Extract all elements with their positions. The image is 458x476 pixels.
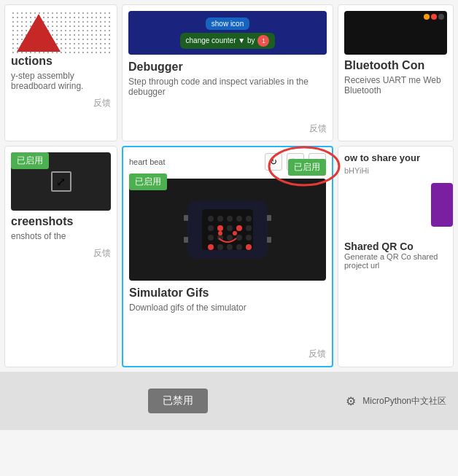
uctions-desc: y-step assembly breadboard wiring. <box>11 71 111 91</box>
svg-rect-24 <box>184 237 188 243</box>
counter-badge: 1 <box>257 35 269 47</box>
svg-rect-23 <box>184 215 188 221</box>
qr-desc: Generate a QR Co shared project url <box>344 252 447 270</box>
sim-badge-right-wrapper: 已启用 <box>288 159 326 176</box>
change-label: change counter ▼ by <box>186 36 255 44</box>
svg-point-18 <box>208 244 214 250</box>
bt-dot-3 <box>438 14 444 20</box>
triangle-decoration <box>17 14 61 52</box>
bt-dot-1 <box>424 14 430 20</box>
bottom-row: 已禁用 ⚙ MicroPython中文社区 <box>0 372 458 430</box>
show-icon-label: show icon <box>211 20 244 28</box>
screenshots-title: creenshots <box>11 215 111 228</box>
svg-point-22 <box>246 244 252 250</box>
expand-icon: ⤢ <box>51 171 71 192</box>
svg-point-4 <box>217 216 223 222</box>
bottom-center: 已禁用 <box>12 389 344 413</box>
card-simulator-gifs: heart beat ↻ 📷 ● 已启用 已启用 <box>122 146 333 367</box>
community-label: MicroPython中文社区 <box>362 395 446 407</box>
card-uctions: uctions y-step assembly breadboard wirin… <box>4 4 117 141</box>
debugger-image: show icon change counter ▼ by 1 <box>128 11 327 55</box>
svg-point-11 <box>236 225 242 231</box>
svg-point-10 <box>227 225 233 231</box>
svg-point-3 <box>208 216 214 222</box>
uctions-image <box>11 11 111 55</box>
share-header: ow to share your <box>344 152 447 163</box>
svg-point-9 <box>217 225 223 231</box>
mid-row: 已启用 ⤢ creenshots enshots of the 反馈 heart… <box>0 146 458 372</box>
svg-point-27 <box>218 231 222 235</box>
disabled-button[interactable]: 已禁用 <box>148 389 208 413</box>
page-wrapper: uctions y-step assembly breadboard wirin… <box>0 0 458 476</box>
svg-point-28 <box>233 231 237 235</box>
svg-point-20 <box>227 244 233 250</box>
bluetooth-title: Bluetooth Con <box>344 59 447 72</box>
gear-icon: ⚙ <box>344 394 358 408</box>
bluetooth-image <box>344 11 447 55</box>
debugger-desc: Step through code and inspect variables … <box>128 77 327 117</box>
svg-point-17 <box>246 235 252 241</box>
microbit-svg <box>184 193 271 266</box>
debugger-feedback[interactable]: 反馈 <box>128 122 327 135</box>
uctions-feedback[interactable]: 反馈 <box>11 97 111 109</box>
debugger-block-change: change counter ▼ by 1 <box>180 33 276 49</box>
svg-point-13 <box>208 235 214 241</box>
debugger-block-show: show icon <box>206 17 249 30</box>
simulator-feedback[interactable]: 反馈 <box>129 348 326 360</box>
svg-point-12 <box>246 225 252 231</box>
screenshots-feedback[interactable]: 反馈 <box>11 247 111 260</box>
bt-dot-2 <box>431 14 437 20</box>
toolbar-label: heart beat <box>129 157 260 166</box>
qr-title: Shared QR Co <box>344 241 447 252</box>
sim-badge-right: 已启用 <box>288 159 326 176</box>
simulator-image <box>129 179 326 281</box>
screenshots-badge: 已启用 <box>11 152 49 169</box>
bluetooth-dots <box>424 14 444 20</box>
svg-point-15 <box>227 235 233 241</box>
top-row: uctions y-step assembly breadboard wirin… <box>0 0 458 146</box>
card-debugger: show icon change counter ▼ by 1 Debugger… <box>122 4 333 141</box>
sim-badge-left: 已启用 <box>129 173 167 190</box>
svg-point-5 <box>227 216 233 222</box>
refresh-button[interactable]: ↻ <box>265 153 282 171</box>
svg-point-6 <box>236 216 242 222</box>
bluetooth-desc: Receives UART me Web Bluetooth <box>344 75 447 95</box>
simulator-title: Simulator Gifs <box>129 286 326 300</box>
screenshots-desc: enshots of the <box>11 231 111 241</box>
card-bluetooth: Bluetooth Con Receives UART me Web Bluet… <box>338 4 454 141</box>
svg-point-21 <box>236 244 242 250</box>
simulator-desc: Download gifs of the simulator <box>129 303 326 342</box>
debugger-title: Debugger <box>128 61 327 74</box>
share-subtext: bHYiHi <box>344 166 447 175</box>
uctions-title: uctions <box>11 55 111 68</box>
purple-block <box>431 183 453 227</box>
svg-rect-25 <box>267 215 271 221</box>
svg-point-8 <box>208 225 214 231</box>
svg-point-19 <box>217 244 223 250</box>
svg-point-7 <box>246 216 252 222</box>
card-shared-qr: ow to share your bHYiHi Shared QR Co Gen… <box>338 146 454 367</box>
expand-symbol: ⤢ <box>56 175 66 189</box>
svg-rect-26 <box>267 237 271 243</box>
card-screenshots: 已启用 ⤢ creenshots enshots of the 反馈 <box>4 146 117 367</box>
community-section: ⚙ MicroPython中文社区 <box>344 394 446 408</box>
svg-point-16 <box>236 235 242 241</box>
